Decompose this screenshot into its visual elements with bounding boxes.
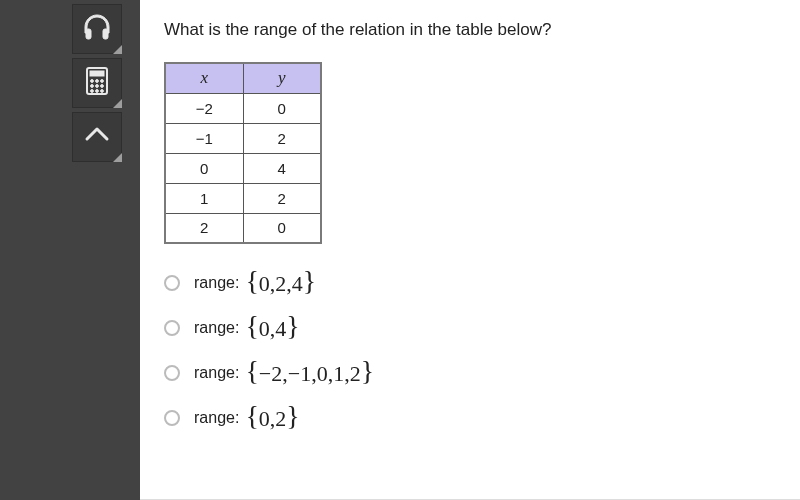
svg-point-8	[96, 85, 99, 88]
set-notation: {−2,−1,0,1,2}	[245, 358, 374, 387]
set-values: 0,2,4	[259, 271, 303, 296]
question-text: What is the range of the relation in the…	[164, 20, 776, 40]
option-prefix: range:	[194, 319, 239, 337]
cell-y: 2	[243, 123, 321, 153]
svg-point-12	[101, 90, 104, 93]
question-panel: What is the range of the relation in the…	[140, 0, 800, 500]
option-label: range: {−2,−1,0,1,2}	[194, 358, 374, 387]
set-notation: {0,4}	[245, 313, 299, 342]
svg-point-5	[96, 80, 99, 83]
radio-icon	[164, 320, 180, 336]
svg-point-10	[91, 90, 94, 93]
brace-close: }	[286, 400, 299, 431]
cell-x: 1	[165, 183, 243, 213]
svg-point-7	[91, 85, 94, 88]
answer-option-4[interactable]: range: {0,2}	[164, 403, 776, 432]
svg-rect-3	[90, 71, 104, 76]
table-row: 2 0	[165, 213, 321, 243]
brace-close: }	[303, 265, 316, 296]
table-row: −2 0	[165, 93, 321, 123]
option-prefix: range:	[194, 409, 239, 427]
cell-x: 2	[165, 213, 243, 243]
calculator-tool-button[interactable]	[72, 58, 122, 108]
set-values: 0,4	[259, 316, 287, 341]
brace-close: }	[361, 355, 374, 386]
svg-point-9	[101, 85, 104, 88]
cell-x: 0	[165, 153, 243, 183]
headphones-icon	[81, 11, 113, 47]
table-header-x: x	[165, 63, 243, 93]
brace-open: {	[245, 400, 258, 431]
option-prefix: range:	[194, 364, 239, 382]
radio-icon	[164, 365, 180, 381]
option-prefix: range:	[194, 274, 239, 292]
answer-option-2[interactable]: range: {0,4}	[164, 313, 776, 342]
tool-sidebar	[0, 0, 140, 500]
option-label: range: {0,4}	[194, 313, 300, 342]
chevron-up-icon	[81, 119, 113, 155]
relation-table: x y −2 0 −1 2 0 4 1 2 2 0	[164, 62, 322, 244]
cell-y: 0	[243, 213, 321, 243]
radio-icon	[164, 275, 180, 291]
set-notation: {0,2}	[245, 403, 299, 432]
svg-point-4	[91, 80, 94, 83]
collapse-tool-button[interactable]	[72, 112, 122, 162]
brace-open: {	[245, 265, 258, 296]
calculator-icon	[81, 65, 113, 101]
set-notation: {0,2,4}	[245, 268, 316, 297]
option-label: range: {0,2,4}	[194, 268, 316, 297]
audio-tool-button[interactable]	[72, 4, 122, 54]
table-row: 1 2	[165, 183, 321, 213]
cell-y: 0	[243, 93, 321, 123]
radio-icon	[164, 410, 180, 426]
set-values: 0,2	[259, 406, 287, 431]
table-row: 0 4	[165, 153, 321, 183]
set-values: −2,−1,0,1,2	[259, 361, 361, 386]
option-label: range: {0,2}	[194, 403, 300, 432]
brace-close: }	[286, 310, 299, 341]
svg-point-11	[96, 90, 99, 93]
cell-y: 2	[243, 183, 321, 213]
svg-rect-0	[86, 29, 91, 39]
brace-open: {	[245, 355, 258, 386]
answer-options: range: {0,2,4} range: {0,4} range: {−2,−…	[164, 268, 776, 432]
answer-option-1[interactable]: range: {0,2,4}	[164, 268, 776, 297]
answer-option-3[interactable]: range: {−2,−1,0,1,2}	[164, 358, 776, 387]
table-header-y: y	[243, 63, 321, 93]
brace-open: {	[245, 310, 258, 341]
table-row: −1 2	[165, 123, 321, 153]
cell-x: −2	[165, 93, 243, 123]
cell-y: 4	[243, 153, 321, 183]
svg-point-6	[101, 80, 104, 83]
cell-x: −1	[165, 123, 243, 153]
svg-rect-1	[103, 29, 108, 39]
